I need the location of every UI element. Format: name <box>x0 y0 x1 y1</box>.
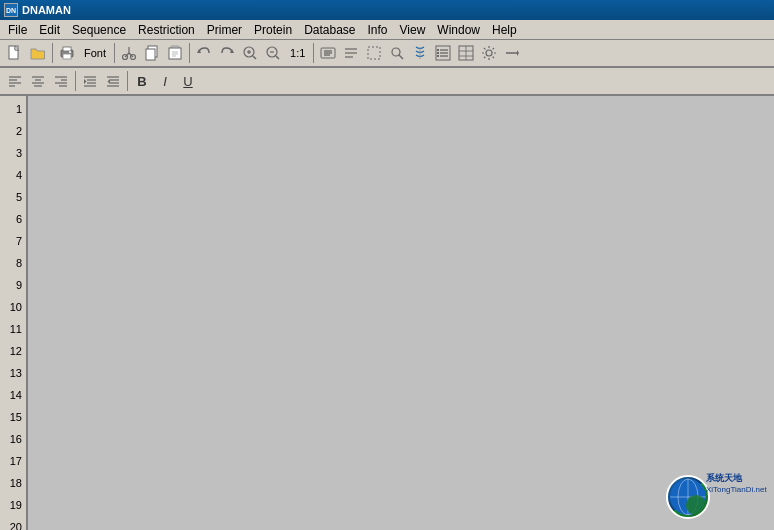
line-number: 7 <box>0 230 26 252</box>
underline-button[interactable]: U <box>177 70 199 92</box>
print-icon <box>59 45 75 61</box>
align-right-button[interactable] <box>50 70 72 92</box>
italic-button[interactable]: I <box>154 70 176 92</box>
watermark-text: 系统天地 XiTongTianDi.net <box>706 472 766 494</box>
bold-button[interactable]: B <box>131 70 153 92</box>
menu-restriction[interactable]: Restriction <box>132 20 201 39</box>
outdent-button[interactable] <box>102 70 124 92</box>
copy-button[interactable] <box>141 42 163 64</box>
line-number: 2 <box>0 120 26 142</box>
scissors-icon <box>121 45 137 61</box>
watermark-circle <box>666 475 710 519</box>
menu-file[interactable]: File <box>2 20 33 39</box>
toolbar-btn-a[interactable] <box>317 42 339 64</box>
svg-point-35 <box>392 48 400 56</box>
title-bar: DN DNAMAN <box>0 0 774 20</box>
toolbar-btn-e[interactable] <box>409 42 431 64</box>
toolbar-btn-i[interactable] <box>501 42 523 64</box>
align-icon <box>343 45 359 61</box>
font-button[interactable]: Font <box>79 42 111 64</box>
svg-point-78 <box>686 495 706 515</box>
toolbar-btn-c[interactable] <box>363 42 385 64</box>
bold-icon: B <box>137 74 146 89</box>
menu-bar: File Edit Sequence Restriction Primer Pr… <box>0 20 774 40</box>
line-number: 15 <box>0 406 26 428</box>
zoom-in-button[interactable] <box>239 42 261 64</box>
svg-rect-4 <box>63 54 71 59</box>
toolbar-btn-d[interactable] <box>386 42 408 64</box>
line-number: 20 <box>0 516 26 530</box>
new-file-button[interactable] <box>4 42 26 64</box>
line-number: 10 <box>0 296 26 318</box>
zoom-in-icon <box>242 45 258 61</box>
paste-icon <box>167 45 183 61</box>
watermark: 系统天地 XiTongTianDi.net <box>666 472 766 522</box>
undo-button[interactable] <box>193 42 215 64</box>
table-icon <box>458 45 474 61</box>
zoom-reset-button[interactable]: 1:1 <box>285 42 310 64</box>
watermark-globe-icon <box>668 477 708 517</box>
svg-point-43 <box>437 52 439 54</box>
indent-button[interactable] <box>79 70 101 92</box>
indent-icon <box>82 73 98 89</box>
toolbar-btn-b[interactable] <box>340 42 362 64</box>
svg-point-44 <box>437 55 439 57</box>
line-number: 8 <box>0 252 26 274</box>
redo-icon <box>219 45 235 61</box>
separator-3 <box>189 43 190 63</box>
align-left-icon <box>7 73 23 89</box>
arrow-icon <box>504 45 520 61</box>
new-file-icon <box>7 45 23 61</box>
svg-rect-3 <box>63 47 71 51</box>
app-title: DNAMAN <box>22 4 71 16</box>
menu-window[interactable]: Window <box>431 20 486 39</box>
menu-edit[interactable]: Edit <box>33 20 66 39</box>
svg-point-5 <box>69 51 71 53</box>
line-number: 14 <box>0 384 26 406</box>
menu-primer[interactable]: Primer <box>201 20 248 39</box>
separator-1 <box>52 43 53 63</box>
main-area: 1234567891011121314151617181920 系统天地 XiT… <box>0 96 774 530</box>
italic-icon: I <box>163 74 167 89</box>
toolbar-2: B I U <box>0 68 774 96</box>
svg-marker-51 <box>517 50 519 56</box>
toolbar-btn-h[interactable] <box>478 42 500 64</box>
svg-line-36 <box>399 55 403 59</box>
line-number: 18 <box>0 472 26 494</box>
menu-info[interactable]: Info <box>362 20 394 39</box>
menu-protein[interactable]: Protein <box>248 20 298 39</box>
menu-database[interactable]: Database <box>298 20 361 39</box>
align-center-button[interactable] <box>27 70 49 92</box>
toolbar-btn-f[interactable] <box>432 42 454 64</box>
paste-button[interactable] <box>164 42 186 64</box>
open-file-button[interactable] <box>27 42 49 64</box>
svg-rect-12 <box>146 49 155 60</box>
line-number: 16 <box>0 428 26 450</box>
line-number: 19 <box>0 494 26 516</box>
zoom-out-button[interactable] <box>262 42 284 64</box>
cut-button[interactable] <box>118 42 140 64</box>
undo-icon <box>196 45 212 61</box>
toolbar-btn-g[interactable] <box>455 42 477 64</box>
align-center-icon <box>30 73 46 89</box>
separator-4 <box>313 43 314 63</box>
line-number: 9 <box>0 274 26 296</box>
app-icon: DN <box>4 3 18 17</box>
line-number: 17 <box>0 450 26 472</box>
content-area[interactable]: 系统天地 XiTongTianDi.net <box>28 96 774 530</box>
line-number: 11 <box>0 318 26 340</box>
line-number: 1 <box>0 98 26 120</box>
print-button[interactable] <box>56 42 78 64</box>
menu-view[interactable]: View <box>394 20 432 39</box>
dna-icon <box>412 45 428 61</box>
menu-sequence[interactable]: Sequence <box>66 20 132 39</box>
list-icon <box>435 45 451 61</box>
svg-marker-73 <box>108 79 111 84</box>
menu-help[interactable]: Help <box>486 20 523 39</box>
svg-line-21 <box>253 56 256 59</box>
align-left-button[interactable] <box>4 70 26 92</box>
toolbar-1: Font <box>0 40 774 68</box>
line-number: 5 <box>0 186 26 208</box>
redo-button[interactable] <box>216 42 238 64</box>
settings-icon <box>481 45 497 61</box>
